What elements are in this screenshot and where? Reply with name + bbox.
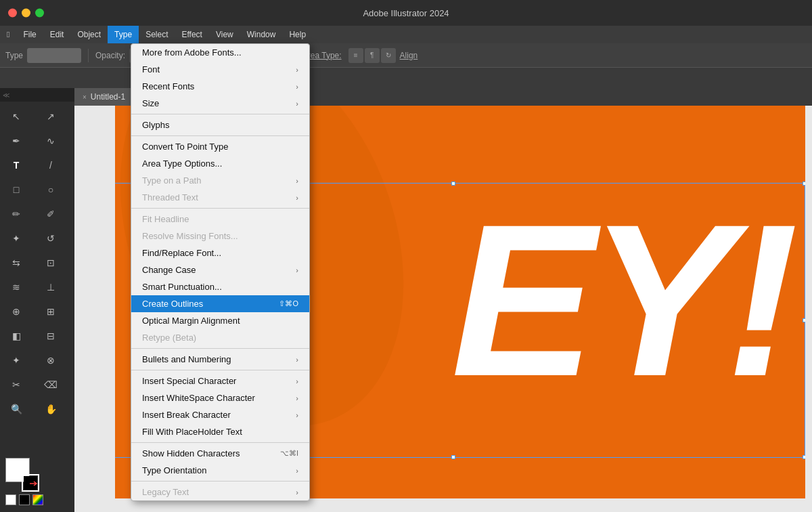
menu-item-convert-to-point-type[interactable]: Convert To Point Type <box>131 138 309 155</box>
type-tool[interactable]: T <box>3 153 30 177</box>
menu-item-font[interactable]: Font› <box>131 61 309 78</box>
color-mode-gradient[interactable] <box>32 494 43 505</box>
titlebar: Adobe Illustrator 2024 <box>0 0 812 26</box>
tab-close-button[interactable]: × <box>83 93 87 101</box>
traffic-lights <box>8 9 44 18</box>
arrow-insert-special-character: › <box>296 377 298 385</box>
minimize-button[interactable] <box>22 9 30 18</box>
width-tool[interactable]: ⊥ <box>37 275 64 299</box>
direct-selection-tool[interactable]: ↗ <box>37 104 64 129</box>
free-transform-tool[interactable]: ⊕ <box>3 299 30 324</box>
gradient-tool[interactable]: ◧ <box>3 324 30 348</box>
menu-item-type[interactable]: Type <box>108 26 139 43</box>
type-dropdown[interactable] <box>27 48 81 63</box>
eraser-tool[interactable]: ⌫ <box>37 372 64 397</box>
separator <box>131 208 309 209</box>
paintbrush-tool[interactable]: ✏ <box>3 202 30 226</box>
menu-item-more-from-adobe-fonts[interactable]: More from Adobe Fonts... <box>131 44 309 61</box>
pen-tool[interactable]: ✒ <box>3 129 30 153</box>
shaper-tool[interactable]: ✦ <box>3 226 30 251</box>
arrow-recent-fonts: › <box>296 83 298 91</box>
mesh-tool[interactable]: ⊟ <box>37 324 64 348</box>
menu-item-find-replace-font[interactable]: Find/Replace Font... <box>131 244 309 261</box>
menu-item-recent-fonts[interactable]: Recent Fonts› <box>131 78 309 95</box>
menu-item-help[interactable]: Help <box>282 26 313 43</box>
menu-item-effect[interactable]: Effect <box>175 26 208 43</box>
close-button[interactable] <box>8 9 17 18</box>
hand-tool[interactable]: ✋ <box>37 397 64 421</box>
menu-item-insert-whitespace-character[interactable]: Insert WhiteSpace Character› <box>131 389 309 406</box>
menu-item-file[interactable]: File <box>16 26 43 43</box>
menu-item-glyphs[interactable]: Glyphs <box>131 116 309 133</box>
scale-tool[interactable]: ⊡ <box>37 251 64 275</box>
menu-item-retype-beta: Retype (Beta) <box>131 329 309 346</box>
menu-item-window[interactable]: Window <box>240 26 283 43</box>
reflect-tool[interactable]: ⇆ <box>3 251 30 275</box>
shortcut-create-outlines: ⇧⌘O <box>279 299 298 308</box>
ellipse-tool[interactable]: ○ <box>37 177 64 202</box>
menu-item-type-on-a-path: Type on a Path› <box>131 172 309 189</box>
scissors-tool[interactable]: ✂ <box>3 372 30 397</box>
menu-item-select[interactable]: Select <box>139 26 175 43</box>
align-label[interactable]: Align <box>400 51 418 60</box>
eyedropper-tool[interactable]: ✦ <box>3 348 30 372</box>
pencil-tool[interactable]: ✐ <box>37 202 64 226</box>
shape-builder-tool[interactable]: ⊞ <box>37 299 64 324</box>
maximize-button[interactable] <box>35 9 44 18</box>
arrow-threaded-text: › <box>296 194 298 202</box>
menu-item-fit-headline: Fit Headline <box>131 211 309 228</box>
paragraph-icon[interactable]: ¶ <box>365 48 380 63</box>
align-icons[interactable]: ≡ ¶ ↻ <box>348 48 396 63</box>
menu-item-view[interactable]: View <box>209 26 240 43</box>
separator <box>131 135 309 136</box>
menu-item-edit[interactable]: Edit <box>43 26 71 43</box>
arrow-bullets-and-numbering: › <box>296 356 298 364</box>
separator <box>131 481 309 482</box>
color-mode-buttons <box>5 494 43 505</box>
blend-tool[interactable]: ⊗ <box>37 348 64 372</box>
arrow-legacy-text: › <box>296 488 298 496</box>
separator <box>131 370 309 370</box>
type-label: Type <box>5 51 23 60</box>
color-mode-black[interactable] <box>19 494 30 505</box>
arrow-size: › <box>296 100 298 108</box>
opacity-label: Opacity: <box>95 51 125 60</box>
color-mode-white[interactable] <box>5 494 16 505</box>
menu-item-fill-with-placeholder-text[interactable]: Fill With PlaceHolder Text <box>131 423 309 440</box>
swap-colors[interactable] <box>28 481 38 490</box>
menu-item-insert-special-character[interactable]: Insert Special Character› <box>131 372 309 389</box>
menu-item-ai[interactable]:  <box>0 26 16 43</box>
menu-item-threaded-text: Threaded Text› <box>131 189 309 206</box>
menu-item-area-type-options[interactable]: Area Type Options... <box>131 155 309 172</box>
align-icon[interactable]: ≡ <box>348 48 363 63</box>
separator <box>131 114 309 114</box>
document-tab[interactable]: × Untitled-1 <box>74 88 133 106</box>
menu-item-create-outlines[interactable]: Create Outlines⇧⌘O <box>131 295 309 312</box>
tool-grid: ↖ ↗ ✒ ∿ T / □ ○ ✏ ✐ ✦ ↺ ⇆ ⊡ ≋ ⊥ ⊕ ⊞ ◧ ⊟ … <box>0 102 74 424</box>
arrow-type-orientation: › <box>296 467 298 475</box>
menu-item-insert-break-character[interactable]: Insert Break Character› <box>131 406 309 423</box>
rectangle-tool[interactable]: □ <box>3 177 30 202</box>
menu-item-resolve-missing-fonts: Resolve Missing Fonts... <box>131 228 309 244</box>
rotate-icon[interactable]: ↻ <box>381 48 396 63</box>
line-tool[interactable]: / <box>37 153 64 177</box>
menu-item-object[interactable]: Object <box>70 26 108 43</box>
menu-item-bullets-and-numbering[interactable]: Bullets and Numbering› <box>131 351 309 368</box>
menu-item-size[interactable]: Size› <box>131 95 309 112</box>
menu-item-show-hidden-characters[interactable]: Show Hidden Characters⌥⌘I <box>131 445 309 462</box>
warp-tool[interactable]: ≋ <box>3 275 30 299</box>
menu-item-type-orientation[interactable]: Type Orientation› <box>131 462 309 479</box>
color-boxes <box>5 458 39 492</box>
menu-item-optical-margin-alignment[interactable]: Optical Margin Alignment <box>131 312 309 329</box>
arrow-insert-whitespace-character: › <box>296 394 298 402</box>
curvature-tool[interactable]: ∿ <box>37 129 64 153</box>
rotate-tool[interactable]: ↺ <box>37 226 64 251</box>
menu-item-change-case[interactable]: Change Case› <box>131 261 309 278</box>
arrow-insert-break-character: › <box>296 411 298 419</box>
selection-tool[interactable]: ↖ <box>3 104 30 129</box>
dropdown-inner: More from Adobe Fonts...Font›Recent Font… <box>131 44 309 500</box>
menu-item-smart-punctuation[interactable]: Smart Punctuation... <box>131 278 309 295</box>
shortcut-show-hidden-characters: ⌥⌘I <box>280 449 298 458</box>
app-title: Adobe Illustrator 2024 <box>363 8 449 18</box>
zoom-tool[interactable]: 🔍 <box>3 397 30 421</box>
